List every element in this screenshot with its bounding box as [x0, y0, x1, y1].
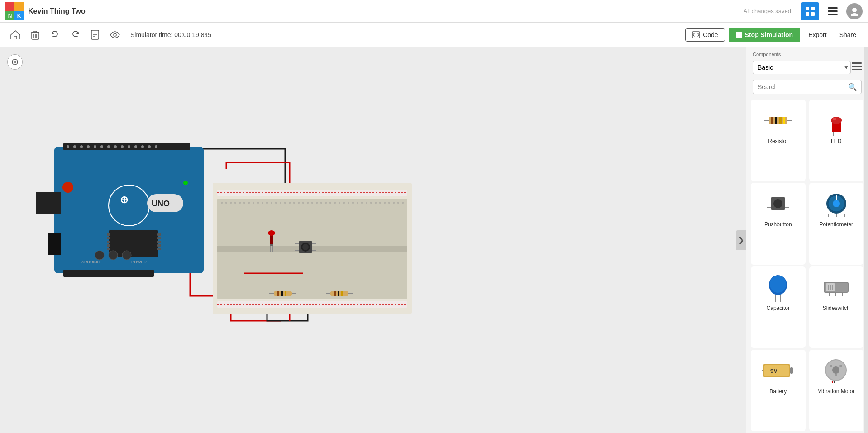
eye-icon	[110, 31, 120, 38]
list-view-button[interactable]	[852, 62, 862, 73]
chevron-right-icon: ❯	[738, 236, 744, 244]
stop-simulation-button[interactable]: Stop Simulation	[729, 28, 801, 42]
svg-point-164	[833, 200, 840, 207]
svg-point-190	[839, 365, 842, 367]
svg-point-169	[770, 276, 786, 293]
svg-point-28	[67, 145, 69, 148]
svg-rect-92	[311, 202, 313, 204]
eye-button[interactable]	[107, 27, 123, 43]
svg-rect-19	[692, 32, 700, 38]
user-icon	[849, 6, 859, 16]
share-button[interactable]: Share	[835, 29, 861, 41]
svg-rect-76	[239, 202, 241, 204]
search-input[interactable]	[753, 80, 862, 94]
svg-rect-105	[370, 202, 372, 204]
svg-rect-82	[266, 202, 268, 204]
svg-rect-57	[157, 248, 161, 250]
svg-rect-83	[271, 202, 272, 204]
svg-rect-55	[157, 241, 161, 243]
undo-icon	[51, 30, 60, 39]
svg-point-31	[87, 145, 90, 148]
svg-point-29	[73, 145, 76, 148]
svg-rect-91	[307, 202, 309, 204]
svg-rect-104	[366, 202, 367, 204]
slideswitch-icon	[820, 271, 852, 303]
svg-text:⊕: ⊕	[120, 194, 128, 205]
delete-button[interactable]	[27, 27, 43, 43]
svg-line-192	[832, 381, 833, 383]
home-icon	[10, 30, 20, 39]
list-icon	[852, 62, 862, 71]
svg-rect-103	[361, 202, 363, 204]
svg-rect-142	[852, 69, 862, 70]
home-button[interactable]	[7, 27, 24, 43]
hamburger-icon	[828, 7, 838, 15]
tinkercad-logo[interactable]: T I N K	[5, 2, 24, 20]
redo-button[interactable]	[67, 27, 83, 43]
svg-rect-145	[771, 117, 773, 124]
component-pushbutton[interactable]: Pushbutton	[751, 183, 806, 264]
svg-rect-80	[257, 202, 259, 204]
component-vibration[interactable]: Vibration Motor	[809, 350, 864, 431]
component-potentiometer[interactable]: Potentiometer	[809, 183, 864, 264]
svg-point-156	[773, 199, 782, 208]
main-area: ⊕ UNO	[0, 47, 868, 433]
svg-rect-4	[828, 7, 838, 9]
pushbutton-label: Pushbutton	[764, 221, 792, 228]
export-button[interactable]: Export	[804, 29, 831, 41]
svg-rect-107	[379, 202, 381, 204]
svg-point-7	[852, 8, 857, 12]
components-selector: Basic ▼	[746, 59, 868, 78]
svg-rect-86	[284, 202, 286, 204]
zoom-control[interactable]	[7, 54, 23, 70]
svg-point-189	[830, 365, 832, 367]
svg-point-38	[134, 145, 137, 148]
svg-rect-69	[217, 199, 407, 246]
svg-rect-94	[320, 202, 322, 204]
svg-rect-85	[280, 202, 281, 204]
svg-rect-182	[790, 367, 793, 374]
svg-rect-73	[225, 202, 227, 204]
notes-button[interactable]	[87, 27, 103, 43]
svg-rect-56	[157, 244, 161, 247]
svg-point-34	[107, 145, 110, 148]
component-resistor[interactable]: Resistor	[751, 100, 806, 181]
svg-rect-50	[107, 241, 110, 243]
svg-rect-97	[334, 202, 336, 204]
circuit-container[interactable]: ⊕ UNO	[36, 74, 444, 337]
svg-point-46	[183, 181, 188, 185]
svg-rect-70	[217, 246, 407, 252]
menu-button[interactable]	[824, 2, 842, 20]
svg-point-40	[148, 145, 151, 148]
svg-rect-77	[243, 202, 245, 204]
svg-text:POWER: POWER	[131, 260, 147, 264]
component-led[interactable]: LED	[809, 100, 864, 181]
grid-view-button[interactable]	[801, 2, 819, 20]
component-slideswitch[interactable]: Slideswitch	[809, 266, 864, 348]
svg-text:9V: 9V	[770, 367, 777, 374]
avatar[interactable]	[846, 3, 863, 19]
svg-rect-52	[107, 248, 110, 250]
undo-button[interactable]	[47, 27, 63, 43]
search-box: 🔍	[753, 80, 862, 94]
category-dropdown[interactable]: Basic	[753, 61, 851, 74]
svg-rect-130	[288, 291, 290, 296]
collapse-panel-button[interactable]: ❯	[736, 230, 746, 250]
search-icon: 🔍	[848, 83, 857, 91]
svg-rect-48	[107, 233, 110, 236]
panel-scrollbar[interactable]	[864, 47, 868, 433]
component-capacitor[interactable]: Capacitor	[751, 266, 806, 348]
svg-rect-134	[334, 291, 336, 296]
svg-point-114	[268, 230, 275, 236]
notes-icon	[91, 30, 99, 40]
svg-point-58	[62, 182, 73, 193]
svg-point-8	[851, 13, 858, 16]
component-battery[interactable]: 9V Battery	[751, 350, 806, 431]
code-icon	[692, 31, 700, 38]
pushbutton-icon	[762, 188, 794, 219]
code-button[interactable]: Code	[685, 28, 725, 42]
canvas-area[interactable]: ⊕ UNO	[0, 47, 746, 433]
svg-rect-89	[298, 202, 300, 204]
svg-rect-81	[262, 202, 263, 204]
svg-point-41	[155, 145, 157, 148]
